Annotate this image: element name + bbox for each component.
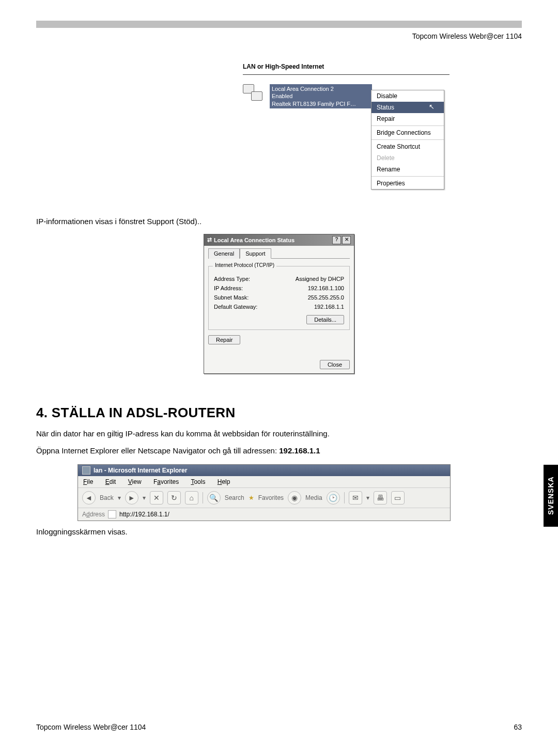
home-button[interactable]: ⌂ bbox=[185, 491, 198, 505]
close-dialog-button[interactable]: Close bbox=[320, 360, 350, 369]
subnet-mask-label: Subnet Mask: bbox=[214, 294, 249, 301]
address-type-value: Assigned by DHCP bbox=[296, 276, 344, 282]
toolbar-separator bbox=[344, 492, 345, 503]
language-tab-svenska: SVENSKA bbox=[544, 465, 558, 527]
refresh-button[interactable]: ↻ bbox=[167, 491, 181, 505]
mail-button[interactable]: ✉ bbox=[349, 491, 362, 505]
ip-address-label: IP Address: bbox=[214, 285, 243, 291]
page-icon bbox=[108, 510, 116, 518]
paragraph-ip-info: IP-informationen visas i fönstret Suppor… bbox=[36, 217, 522, 226]
tab-general[interactable]: General bbox=[208, 248, 240, 259]
screenshot-internet-explorer: lan - Microsoft Internet Explorer FFilei… bbox=[78, 464, 451, 521]
dialog-tabs: General Support bbox=[208, 248, 350, 259]
menu-separator bbox=[371, 176, 444, 177]
connection-state: Enabled bbox=[272, 92, 370, 100]
print-button[interactable]: 🖶 bbox=[374, 491, 387, 505]
menu-item-status-label: Status bbox=[377, 104, 394, 111]
connection-adapter: Realtek RTL8139 Family PCI F… bbox=[272, 100, 370, 107]
ip-address-value: 192.168.1.100 bbox=[308, 285, 344, 291]
footer-title: Topcom Wireless Webr@cer 1104 bbox=[36, 723, 146, 731]
top-grey-bar bbox=[36, 21, 522, 28]
help-button[interactable]: ? bbox=[332, 236, 341, 244]
groupbox-legend: Internet Protocol (TCP/IP) bbox=[213, 262, 276, 268]
favorites-icon[interactable]: ★ bbox=[249, 494, 254, 501]
screenshot-network-connections: LAN or High-Speed Internet Local Area Co… bbox=[243, 61, 450, 212]
menu-tools[interactable]: Tools bbox=[191, 478, 205, 485]
network-connection-icon bbox=[243, 84, 268, 104]
footer-page-number: 63 bbox=[514, 723, 522, 731]
back-label: Back bbox=[100, 494, 114, 501]
paragraph-open-browser-text: Öppna Internet Explorer eller Netscape N… bbox=[36, 446, 279, 455]
document-page: Topcom Wireless Webr@cer 1104 LAN or Hig… bbox=[0, 0, 558, 756]
ie-title-text: lan - Microsoft Internet Explorer bbox=[94, 467, 187, 474]
menu-item-shortcut[interactable]: Create Shortcut bbox=[371, 141, 444, 152]
repair-button[interactable]: Repair bbox=[208, 335, 240, 344]
menu-item-bridge[interactable]: Bridge Connections bbox=[371, 127, 444, 138]
media-label: Media bbox=[305, 494, 322, 501]
back-dropdown[interactable]: ▾ bbox=[118, 494, 121, 501]
paragraph-valid-ip: När din dator har en giltig IP-adress ka… bbox=[36, 429, 522, 438]
menu-item-repair[interactable]: Repair bbox=[371, 113, 444, 124]
menu-item-status[interactable]: Status ↖ bbox=[371, 102, 444, 113]
row-address-type: Address Type: Assigned by DHCP bbox=[214, 276, 344, 282]
row-default-gateway: Default Gateway: 192.168.1.1 bbox=[214, 304, 344, 310]
menu-favorites[interactable]: Favorites bbox=[153, 478, 179, 485]
doc-header-title: Topcom Wireless Webr@cer 1104 bbox=[36, 32, 522, 40]
default-gateway-value: 192.168.1.1 bbox=[314, 304, 344, 310]
forward-button[interactable]: ► bbox=[125, 491, 138, 505]
menu-help[interactable]: Help bbox=[218, 478, 230, 485]
ie-menubar: FFileile Edit View Favorites Tools Help bbox=[78, 476, 450, 488]
menu-view[interactable]: View bbox=[128, 478, 142, 485]
forward-dropdown[interactable]: ▾ bbox=[143, 494, 146, 501]
history-button[interactable]: 🕑 bbox=[327, 491, 340, 505]
section-heading-4: 4. STÄLLA IN ADSL-ROUTERN bbox=[36, 405, 522, 421]
close-button[interactable]: ✕ bbox=[342, 236, 351, 244]
toolbar-separator bbox=[203, 492, 203, 503]
router-ip-bold: 192.168.1.1 bbox=[279, 446, 320, 455]
favorites-label: Favorites bbox=[258, 494, 284, 501]
media-icon[interactable]: ◉ bbox=[288, 491, 301, 505]
paragraph-login-screen: Inloggningsskärmen visas. bbox=[36, 527, 522, 536]
subnet-mask-value: 255.255.255.0 bbox=[308, 294, 344, 301]
ie-logo-icon bbox=[82, 466, 90, 475]
menu-separator bbox=[371, 125, 444, 126]
cursor-icon: ↖ bbox=[429, 103, 435, 111]
connection-name: Local Area Connection 2 bbox=[272, 85, 370, 92]
ie-titlebar: lan - Microsoft Internet Explorer bbox=[78, 465, 450, 476]
stop-button[interactable]: ✕ bbox=[150, 491, 163, 505]
dialog-title-text: Local Area Connection Status bbox=[214, 237, 295, 243]
tab-support[interactable]: Support bbox=[240, 248, 271, 259]
menu-separator bbox=[371, 139, 444, 140]
connection-label[interactable]: Local Area Connection 2 Enabled Realtek … bbox=[270, 84, 372, 108]
status-dialog: ⇄ Local Area Connection Status ? ✕ Gener… bbox=[204, 234, 354, 374]
page-footer: Topcom Wireless Webr@cer 1104 63 bbox=[36, 723, 522, 731]
ie-toolbar: ◄ Back ▾ ► ▾ ✕ ↻ ⌂ 🔍 Search ★ Favorites … bbox=[78, 488, 450, 508]
paragraph-open-browser: Öppna Internet Explorer eller Netscape N… bbox=[36, 446, 522, 455]
network-status-icon: ⇄ bbox=[207, 237, 212, 243]
mail-dropdown[interactable]: ▾ bbox=[366, 494, 369, 501]
default-gateway-label: Default Gateway: bbox=[214, 304, 257, 310]
row-subnet-mask: Subnet Mask: 255.255.255.0 bbox=[214, 294, 344, 301]
row-ip-address: IP Address: 192.168.1.100 bbox=[214, 285, 344, 291]
context-menu: Disable Status ↖ Repair Bridge Connectio… bbox=[371, 90, 444, 190]
tcpip-groupbox: Internet Protocol (TCP/IP) Address Type:… bbox=[208, 266, 350, 330]
dialog-titlebar: ⇄ Local Area Connection Status ? ✕ bbox=[204, 234, 354, 246]
lan-section-title: LAN or High-Speed Internet bbox=[243, 61, 450, 75]
dialog-body: General Support Internet Protocol (TCP/I… bbox=[204, 246, 354, 373]
menu-edit[interactable]: Edit bbox=[105, 478, 116, 485]
address-url[interactable]: http://192.168.1.1/ bbox=[119, 511, 169, 518]
address-type-label: Address Type: bbox=[214, 276, 250, 282]
address-label: Address bbox=[82, 511, 105, 518]
search-label: Search bbox=[225, 494, 244, 501]
menu-item-delete: Delete bbox=[371, 152, 444, 164]
menu-item-properties[interactable]: Properties bbox=[371, 178, 444, 189]
menu-item-rename[interactable]: Rename bbox=[371, 164, 444, 175]
edit-button[interactable]: ▭ bbox=[391, 491, 405, 505]
menu-file[interactable]: FFileile bbox=[83, 478, 93, 485]
search-icon[interactable]: 🔍 bbox=[207, 491, 221, 505]
details-button[interactable]: Details... bbox=[306, 315, 344, 324]
back-button[interactable]: ◄ bbox=[82, 491, 96, 505]
ie-address-bar: Address http://192.168.1.1/ bbox=[78, 508, 450, 521]
menu-item-disable[interactable]: Disable bbox=[371, 90, 444, 102]
